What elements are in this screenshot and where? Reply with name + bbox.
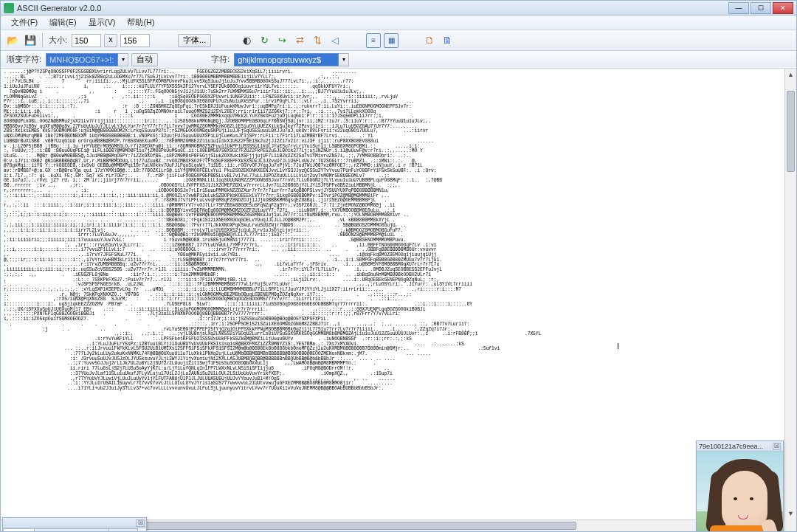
flip-v-icon[interactable]: ⇅ xyxy=(310,33,325,48)
maximize-button[interactable]: ☐ xyxy=(751,2,771,14)
view-lines-icon[interactable]: ≡ xyxy=(366,33,381,48)
text-caret xyxy=(618,343,618,349)
save-icon[interactable]: 💾 xyxy=(23,33,38,48)
charset-input[interactable] xyxy=(234,53,339,66)
preview-close-icon[interactable]: ☒ xyxy=(773,443,781,450)
menu-view[interactable]: 显示(V) xyxy=(83,15,122,30)
minimize-button[interactable]: — xyxy=(728,2,749,14)
app-icon xyxy=(4,3,14,13)
menubar: 文件(F) 编辑(E) 显示(V) 帮助(H) xyxy=(1,15,796,30)
scroll-corner xyxy=(784,519,796,531)
tab-levels[interactable]: Levels xyxy=(3,528,35,531)
refresh-icon[interactable]: ↻ xyxy=(257,33,272,48)
menu-file[interactable]: 文件(F) xyxy=(5,15,44,30)
charset-label: 字符: xyxy=(210,54,231,65)
size-label: 大小: xyxy=(47,35,69,46)
size-height-input[interactable] xyxy=(120,34,150,47)
scroll-thumb-v[interactable] xyxy=(787,91,795,172)
preview-panel[interactable]: 79e100121a7c9eea... ☒ Waiting xyxy=(696,441,784,531)
size-x-button[interactable]: x xyxy=(104,34,117,47)
titlebar: ASCII Generator v2.0.0 — ☐ ✕ xyxy=(1,1,796,15)
menu-edit[interactable]: 编辑(E) xyxy=(44,15,83,30)
levels-close-icon[interactable]: ☒ xyxy=(136,519,145,527)
preview-title-text: 79e100121a7c9eea... xyxy=(699,443,773,450)
gradient-dropdown[interactable]: ▾ xyxy=(118,53,128,66)
size-width-input[interactable] xyxy=(72,34,101,47)
flip-h-icon[interactable]: ⇄ xyxy=(292,33,307,48)
window-title: ASCII Generator v2.0.0 xyxy=(17,4,728,13)
gradient-input[interactable] xyxy=(46,53,118,66)
preview-image: Waiting xyxy=(697,452,783,531)
toolbar-chars: 渐变字符: ▾ 自动 字符: ▾ xyxy=(1,51,796,69)
halftone-icon[interactable]: ◐ xyxy=(239,33,254,48)
auto-button[interactable]: 自动 xyxy=(131,53,158,66)
ascii-output[interactable]: . .....:j@P?Y2SPqONOSSFP0F2S5GBBXUvrirrL… xyxy=(1,69,796,531)
doc-icon[interactable]: 🗋 xyxy=(422,33,437,48)
export-icon[interactable]: 🗎 xyxy=(440,33,455,48)
levels-panel[interactable]: ☒ Levels Brightness/Contrast Dither xyxy=(2,517,147,531)
close-button[interactable]: ✕ xyxy=(773,2,793,14)
content-area: . .....:j@P?Y2SPqONOSSFP0F2S5GBBXUvrirrL… xyxy=(1,69,796,531)
scroll-down-arrow[interactable]: ▼ xyxy=(785,508,796,519)
tab-dither[interactable]: Dither xyxy=(108,528,139,531)
scrollbar-vertical[interactable]: ▲ ▼ xyxy=(784,69,796,519)
scroll-up-arrow[interactable]: ▲ xyxy=(785,69,796,80)
levels-titlebar[interactable]: ☒ xyxy=(3,518,146,528)
menu-help[interactable]: 帮助(H) xyxy=(121,15,160,30)
play-back-icon[interactable]: ◁ xyxy=(328,33,342,48)
charset-dropdown[interactable]: ▾ xyxy=(339,53,349,66)
tab-brightness[interactable]: Brightness/Contrast xyxy=(34,528,109,531)
font-button[interactable]: 字体... xyxy=(178,34,211,47)
gradient-label: 渐变字符: xyxy=(5,54,43,65)
toolbar-main: 📂 💾 大小: x 字体... ◐ ↻ ↪ ⇄ ⇅ ◁ ≡ ▦ 🗋 🗎 xyxy=(1,30,796,51)
view-grid-icon[interactable]: ▦ xyxy=(384,33,398,48)
redo-icon[interactable]: ↪ xyxy=(275,33,289,48)
open-icon[interactable]: 📂 xyxy=(5,33,20,48)
preview-titlebar[interactable]: 79e100121a7c9eea... ☒ xyxy=(697,441,783,452)
